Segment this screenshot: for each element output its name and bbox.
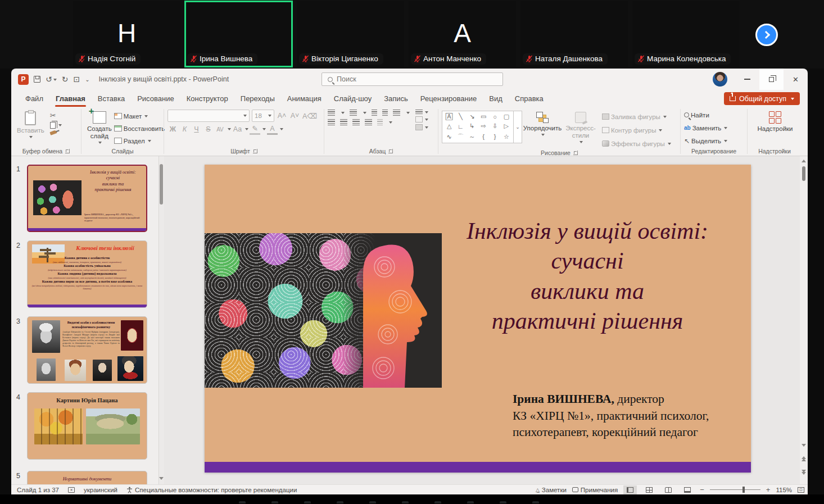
next-participants-button[interactable] (755, 24, 778, 46)
drawing-dialog-launcher[interactable] (573, 151, 578, 155)
increase-indent-icon[interactable] (382, 110, 388, 116)
font-name-combo[interactable] (167, 110, 250, 122)
decrease-indent-icon[interactable] (372, 110, 377, 116)
find-button[interactable]: Найти (684, 109, 745, 121)
ribbon-tab[interactable]: Вставка (92, 90, 131, 107)
font-color-button[interactable]: А (267, 124, 278, 135)
ribbon-tab[interactable]: Слайд-шоу (328, 90, 378, 107)
slide-counter[interactable]: Слайд 1 из 37 (17, 487, 59, 493)
section-button[interactable]: Раздел (114, 135, 165, 147)
scroll-down-icon[interactable] (802, 444, 806, 447)
fit-slide-button[interactable]: ⊡ (798, 487, 804, 493)
numbering-icon[interactable] (350, 110, 357, 116)
account-avatar[interactable] (713, 72, 727, 87)
shapes-gallery-scroll[interactable]: ⌄ (514, 111, 522, 143)
text-direction-icon[interactable] (415, 110, 423, 115)
new-slide-button[interactable]: Создать слайд (85, 110, 114, 147)
shapes-gallery[interactable]: 🄰╲↘▭○▢ △∟↳⇨⇩▷ ∿⌒～{}☆ (442, 111, 514, 143)
cut-icon[interactable]: ✂ (50, 111, 62, 120)
bullets-icon[interactable] (328, 110, 335, 116)
highlight-button[interactable]: ✎ (250, 124, 260, 135)
align-right-icon[interactable] (352, 119, 360, 125)
start-slideshow-icon[interactable]: ⊡ (73, 75, 80, 84)
slide-sorter-view-button[interactable] (642, 485, 656, 494)
accessibility-status[interactable]: Специальные возможности: проверьте реком… (126, 487, 297, 493)
slideshow-view-button[interactable] (681, 485, 694, 494)
arrange-button[interactable]: Упорядочить (522, 111, 563, 149)
notes-toggle[interactable]: △̲Заметки (536, 487, 567, 493)
ribbon-tab[interactable]: Переходы (234, 90, 281, 107)
ribbon-tab[interactable]: Файл (19, 90, 49, 107)
close-button[interactable]: ✕ (784, 69, 808, 90)
scrollbar-thumb[interactable] (802, 166, 805, 181)
addins-button[interactable]: Надстройки (755, 110, 795, 146)
slide-thumbnail-4[interactable]: Картини Юрія Пацана (27, 392, 147, 460)
layout-button[interactable]: Макет (114, 110, 165, 122)
change-case-button[interactable]: Aa (232, 124, 243, 135)
clipboard-dialog-launcher[interactable] (65, 149, 70, 153)
underline-button[interactable]: Ч (191, 124, 202, 135)
participant-tile[interactable]: Н Надія Стогній (73, 1, 180, 67)
ribbon-tab[interactable]: Вид (483, 90, 509, 107)
share-button[interactable]: Общий доступ (724, 92, 800, 105)
ribbon-tab[interactable]: Рисование (131, 90, 180, 107)
ribbon-tab[interactable]: Рецензирование (414, 90, 483, 107)
copy-icon[interactable] (50, 122, 56, 129)
customize-quick-access-icon[interactable]: ⌄ (85, 76, 89, 83)
quick-styles-button[interactable]: Экспресс-стили (563, 111, 599, 149)
search-box[interactable]: Поиск (322, 72, 503, 86)
char-spacing-button[interactable]: AV (215, 124, 225, 135)
language-indicator[interactable]: украинский (84, 487, 117, 493)
strikethrough-button[interactable]: S (203, 124, 214, 135)
paragraph-dialog-launcher[interactable] (388, 149, 393, 153)
reading-view-button[interactable] (662, 485, 675, 494)
fingerprint-face-image[interactable] (205, 233, 442, 388)
smartart-icon[interactable] (415, 124, 423, 130)
zoom-out-button[interactable]: − (700, 485, 704, 494)
grow-font-button[interactable]: A˄ (277, 110, 287, 121)
zoom-slider[interactable] (710, 489, 760, 490)
restore-button[interactable] (759, 69, 784, 90)
clear-format-button[interactable]: A⌫ (302, 110, 317, 121)
line-spacing-icon[interactable] (393, 110, 400, 116)
align-center-icon[interactable] (340, 119, 347, 125)
columns-icon[interactable] (377, 119, 383, 125)
ribbon-tab[interactable]: Конструктор (180, 90, 234, 107)
reset-button[interactable]: Восстановить (114, 122, 165, 134)
next-slide-button[interactable] (802, 470, 806, 475)
participant-tile[interactable]: А Антон Манченко (409, 1, 516, 67)
italic-button[interactable]: К (179, 124, 190, 135)
bold-button[interactable]: Ж (167, 124, 178, 135)
align-text-icon[interactable] (415, 116, 423, 122)
comments-toggle[interactable]: Примечания (572, 487, 618, 493)
font-size-combo[interactable]: 18 (252, 110, 274, 122)
ribbon-tab[interactable]: Анимация (281, 90, 328, 107)
save-icon[interactable] (34, 76, 40, 83)
shrink-font-button[interactable]: A˅ (289, 110, 300, 121)
font-dialog-launcher[interactable] (253, 149, 257, 153)
undo-icon[interactable]: ↺ (46, 75, 57, 84)
minimize-button[interactable] (735, 69, 759, 90)
shape-effects-button[interactable]: Эффекты фигуры (602, 138, 671, 149)
slide-author-textbox[interactable]: Ірина ВИШНЕВА, директор КЗ «ХІРЦ №1», пр… (513, 391, 754, 441)
align-left-icon[interactable] (328, 119, 335, 125)
scroll-up-icon[interactable] (802, 160, 806, 162)
format-painter-icon[interactable] (49, 130, 57, 135)
ribbon-tab[interactable]: Главная (49, 90, 92, 107)
spellcheck-icon[interactable]: ✕ (68, 487, 75, 493)
participant-tile[interactable]: Наталя Дашенкова (520, 1, 628, 67)
previous-slide-button[interactable] (802, 456, 806, 461)
slide-title-textbox[interactable]: Інклюзія у вищій освіті:сучаснівиклики т… (429, 216, 745, 336)
normal-view-button[interactable] (623, 485, 637, 494)
replace-button[interactable]: abЗаменить (684, 122, 745, 134)
slide-thumbnail-2[interactable]: Ключові тези інклюзії Кожна дитина є осо… (27, 240, 147, 308)
shape-outline-button[interactable]: Контур фигуры (602, 124, 671, 136)
zoom-in-button[interactable]: + (766, 485, 771, 494)
slide-scrollbar[interactable] (800, 156, 808, 484)
shape-fill-button[interactable]: Заливка фигуры (602, 111, 671, 122)
redo-icon[interactable]: ↻ (62, 75, 69, 84)
participant-tile[interactable]: Ірина Вишнева (185, 1, 292, 67)
slide-canvas[interactable]: Інклюзія у вищій освіті:сучаснівиклики т… (205, 165, 751, 473)
participant-tile[interactable]: Марина Колендовська (632, 1, 740, 67)
zoom-slider-thumb[interactable] (742, 487, 745, 493)
